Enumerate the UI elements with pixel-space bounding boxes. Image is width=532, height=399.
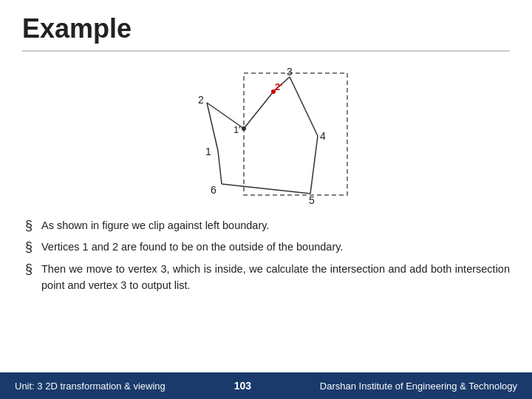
- edge-4-5: [310, 136, 318, 194]
- point-1p: [242, 126, 246, 131]
- edge-3-4: [290, 77, 318, 136]
- clip-boundary: [244, 73, 347, 195]
- edge-6-1: [218, 151, 222, 184]
- bullet-sym-1: §: [25, 217, 38, 234]
- label-v1: 1: [205, 146, 211, 157]
- bullet-item-1: § As shown in figure we clip against lef…: [25, 217, 510, 234]
- label-v2p: 2': [275, 81, 282, 92]
- label-v3: 3: [287, 66, 293, 78]
- bullet-text-1: As shown in figure we clip against left …: [41, 217, 510, 233]
- footer: Unit: 3 2D transformation & viewing 103 …: [0, 372, 532, 399]
- footer-left: Unit: 3 2D transformation & viewing: [15, 381, 166, 392]
- edge-5-6: [222, 184, 310, 194]
- bullet-text-2: Vertices 1 and 2 are found to be on the …: [41, 239, 510, 255]
- label-v2: 2: [198, 94, 204, 106]
- bullet-text-3: Then we move to vertex 3, which is insid…: [41, 261, 510, 294]
- footer-right: Darshan Institute of Engineering & Techn…: [320, 381, 517, 392]
- label-v5: 5: [309, 194, 315, 206]
- bullets-container: § As shown in figure we clip against lef…: [22, 217, 510, 299]
- diagram-svg: 2 1' 2' 3 4 5 6 1: [163, 62, 369, 210]
- edge-1p-2p: [244, 92, 273, 129]
- page-container: Example 2 1': [0, 0, 532, 399]
- bullet-sym-2: §: [25, 239, 38, 256]
- bullet-item-3: § Then we move to vertex 3, which is ins…: [25, 261, 510, 294]
- bullet-item-2: § Vertices 1 and 2 are found to be on th…: [25, 239, 510, 256]
- page-title: Example: [22, 13, 510, 52]
- label-v6: 6: [211, 184, 216, 196]
- bullet-sym-3: §: [25, 261, 38, 278]
- label-v4: 4: [320, 130, 326, 142]
- footer-center: 103: [234, 380, 251, 392]
- diagram-area: 2 1' 2' 3 4 5 6 1: [22, 62, 510, 210]
- label-v1p: 1': [233, 124, 241, 135]
- point-2p: [271, 89, 276, 94]
